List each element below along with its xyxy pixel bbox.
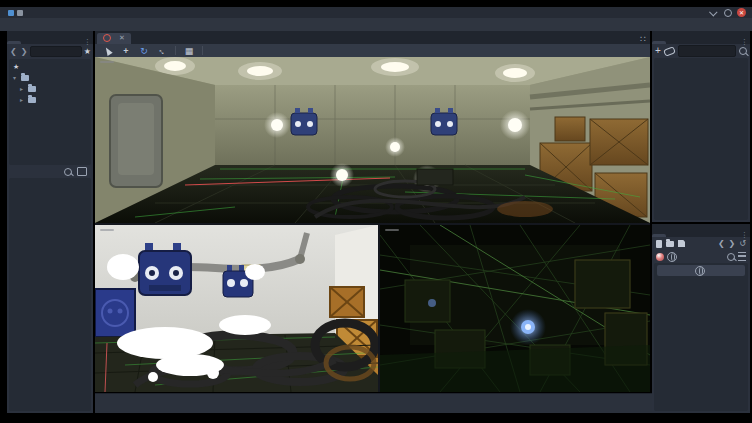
history-forward-icon[interactable]: ❯ bbox=[729, 239, 736, 248]
titlebar: ✕ bbox=[0, 7, 752, 18]
inspector-tabbar: … bbox=[652, 224, 750, 237]
load-resource-icon[interactable] bbox=[666, 241, 674, 247]
window-edited-icon bbox=[17, 10, 23, 16]
folder-icon bbox=[28, 86, 36, 92]
distraction-free-icon[interactable]: ∷ bbox=[640, 34, 645, 44]
new-resource-icon[interactable] bbox=[656, 240, 662, 248]
expand-arrow-icon[interactable]: ▸ bbox=[20, 85, 25, 92]
viewport-bottom-left-render bbox=[95, 225, 378, 392]
file-grid bbox=[9, 178, 91, 411]
history-icon[interactable]: ↺ bbox=[739, 239, 746, 248]
inspector-properties bbox=[654, 263, 748, 411]
bottom-panel-bar bbox=[95, 393, 660, 413]
scene-panel: … + bbox=[652, 31, 750, 222]
filesystem-nav: ❮ ❯ ★ bbox=[7, 44, 93, 58]
inspector-toolbar: ❮ ❯ ↺ bbox=[652, 237, 750, 250]
add-node-icon[interactable]: + bbox=[655, 46, 661, 56]
scene-tab-main-room[interactable]: ✕ bbox=[97, 33, 131, 44]
search-properties-icon[interactable] bbox=[727, 253, 735, 261]
viewport-bottom-right-render bbox=[380, 225, 650, 392]
object-tools-icon[interactable] bbox=[738, 252, 746, 261]
history-back-icon[interactable]: ❮ bbox=[718, 239, 725, 248]
minimize-icon[interactable] bbox=[709, 8, 718, 17]
viewport-main-render bbox=[95, 57, 650, 223]
godot-crates-render bbox=[95, 289, 135, 337]
filesystem-tabbar: … bbox=[7, 31, 93, 44]
scene-icon bbox=[103, 34, 111, 42]
environment-resource-icon bbox=[656, 253, 664, 261]
filter-nodes-input[interactable] bbox=[678, 45, 736, 57]
close-tab-icon[interactable]: ✕ bbox=[119, 34, 125, 42]
star-icon: ★ bbox=[13, 63, 19, 71]
close-icon[interactable]: ✕ bbox=[737, 8, 746, 17]
maximize-icon[interactable] bbox=[723, 8, 732, 17]
rotate-tool-icon[interactable]: ↻ bbox=[139, 45, 149, 56]
tree-item-scenes[interactable]: ▸ bbox=[9, 94, 91, 105]
window-controls: ✕ bbox=[709, 8, 746, 17]
inspector-object-row bbox=[652, 250, 750, 263]
environment-icon bbox=[695, 266, 705, 276]
folder-icon bbox=[21, 75, 29, 81]
filesystem-panel: … ❮ ❯ ★ ★ ▾ ▸ ▸ bbox=[7, 31, 93, 413]
panel-menu-icon[interactable]: … bbox=[744, 38, 748, 46]
perspective-menu[interactable] bbox=[385, 229, 399, 231]
filesystem-tree: ★ ▾ ▸ ▸ bbox=[9, 59, 91, 165]
window-app-icon bbox=[8, 10, 14, 16]
move-tool-icon[interactable]: + bbox=[121, 45, 131, 56]
favorite-star-icon[interactable]: ★ bbox=[84, 47, 91, 56]
nav-forward-icon[interactable]: ❯ bbox=[20, 47, 29, 56]
viewport-toolbar: + ↻ ↔ ▦ bbox=[95, 44, 650, 57]
viewport-bottom-right[interactable] bbox=[380, 225, 650, 392]
expand-arrow-icon[interactable]: ▸ bbox=[20, 96, 25, 103]
globe-icon bbox=[667, 252, 677, 262]
tree-item-assets[interactable]: ▸ bbox=[9, 83, 91, 94]
godot-editor-window: ✕ … ❮ ❯ ★ ★ ▾ bbox=[0, 0, 752, 423]
resource-header-button[interactable] bbox=[657, 265, 745, 276]
inspector-panel: … ❮ ❯ ↺ bbox=[652, 224, 750, 413]
menubar bbox=[0, 18, 752, 31]
scene-tabbar: … bbox=[652, 31, 750, 44]
viewport-main[interactable] bbox=[95, 57, 650, 223]
search-icon[interactable] bbox=[64, 168, 72, 176]
instance-scene-icon[interactable] bbox=[663, 46, 676, 56]
list-mode-icon[interactable] bbox=[77, 167, 87, 176]
panel-menu-icon[interactable]: … bbox=[744, 231, 748, 239]
search-icon bbox=[739, 47, 747, 55]
panel-menu-icon[interactable]: … bbox=[87, 38, 91, 46]
filesystem-search-row bbox=[7, 165, 93, 178]
titlebar-icons bbox=[8, 10, 23, 16]
editor-center: ✕ ∷ + ↻ ↔ ▦ bbox=[95, 31, 650, 413]
list-select-tool-icon[interactable]: ▦ bbox=[184, 45, 194, 56]
scene-tabbar: ✕ ∷ bbox=[95, 31, 650, 44]
scene-toolbar: + bbox=[652, 44, 750, 58]
collapse-arrow-icon[interactable]: ▾ bbox=[13, 74, 18, 81]
perspective-menu[interactable] bbox=[100, 61, 114, 63]
metal-door-render bbox=[110, 95, 162, 187]
nav-back-icon[interactable]: ❮ bbox=[9, 47, 18, 56]
viewport-bottom-left[interactable] bbox=[95, 225, 378, 392]
folder-icon bbox=[28, 97, 36, 103]
scale-tool-icon[interactable]: ↔ bbox=[157, 45, 167, 56]
scene-tree bbox=[654, 58, 748, 220]
viewport-area bbox=[95, 57, 650, 392]
select-tool-icon[interactable] bbox=[103, 45, 113, 56]
path-field[interactable] bbox=[30, 46, 81, 57]
tree-item-res-root[interactable]: ▾ bbox=[9, 72, 91, 83]
favorites-row[interactable]: ★ bbox=[9, 61, 91, 72]
perspective-menu[interactable] bbox=[100, 229, 114, 231]
save-resource-icon[interactable] bbox=[678, 240, 685, 247]
